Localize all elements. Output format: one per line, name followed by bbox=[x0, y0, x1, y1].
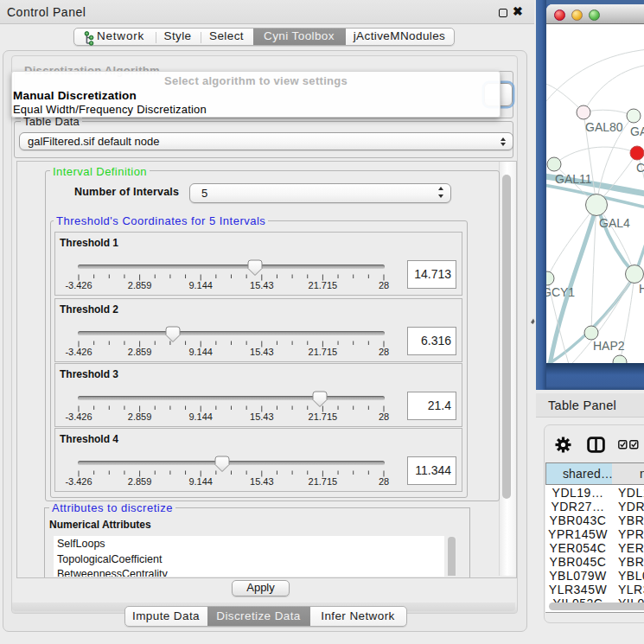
svg-text:GAL4: GAL4 bbox=[599, 216, 630, 230]
svg-text:C: C bbox=[636, 161, 644, 175]
svg-text:H: H bbox=[639, 282, 644, 296]
svg-text:HAP2: HAP2 bbox=[593, 339, 625, 353]
svg-text:GA: GA bbox=[630, 124, 644, 138]
svg-text:GAL80: GAL80 bbox=[585, 120, 623, 134]
svg-text:GAL11: GAL11 bbox=[555, 172, 592, 186]
svg-text:GCY1: GCY1 bbox=[546, 285, 575, 299]
